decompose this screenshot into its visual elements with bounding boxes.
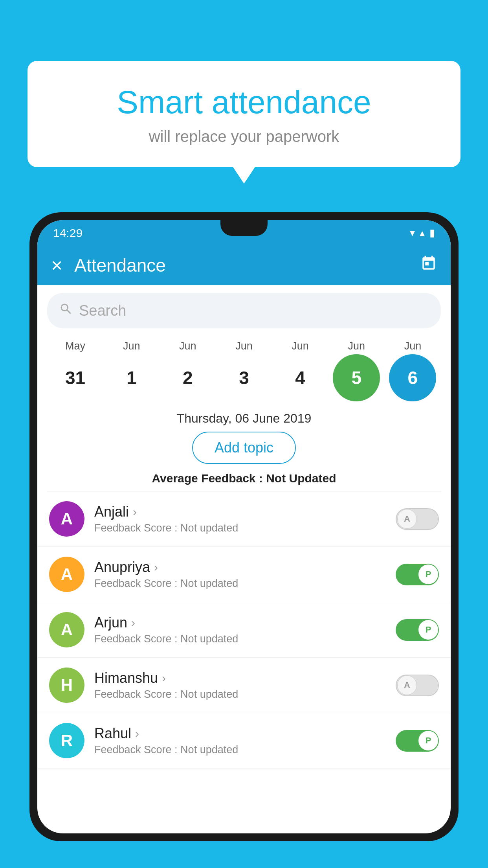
student-item-4: RRahul ›Feedback Score : Not updatedP bbox=[37, 713, 451, 769]
student-name-2[interactable]: Arjun › bbox=[94, 614, 396, 631]
calendar-date-6[interactable]: 6 bbox=[389, 354, 436, 401]
wifi-icon: ▾ bbox=[410, 227, 415, 239]
calendar-date-3[interactable]: 3 bbox=[220, 354, 268, 401]
close-button[interactable]: × bbox=[51, 254, 62, 277]
phone-container: 14:29 ▾ ▴ ▮ × Attendance bbox=[29, 212, 459, 868]
chevron-icon-3: › bbox=[162, 671, 166, 685]
speech-bubble-subtitle: will replace your paperwork bbox=[47, 128, 441, 145]
chevron-icon-0: › bbox=[133, 505, 137, 519]
attendance-toggle-4[interactable]: P bbox=[396, 730, 439, 752]
toggle-knob-0: A bbox=[397, 509, 417, 529]
feedback-score-2: Feedback Score : Not updated bbox=[94, 633, 396, 645]
student-name-3[interactable]: Himanshu › bbox=[94, 670, 396, 686]
calendar-month-3: Jun bbox=[220, 340, 268, 352]
calendar-date-2[interactable]: 2 bbox=[164, 354, 211, 401]
chevron-icon-2: › bbox=[131, 616, 135, 629]
app-bar: × Attendance bbox=[37, 246, 451, 285]
calendar-month-2: Jun bbox=[164, 340, 211, 352]
avg-feedback-value: Not Updated bbox=[266, 472, 336, 485]
search-icon bbox=[59, 302, 73, 320]
student-name-1[interactable]: Anupriya › bbox=[94, 559, 396, 576]
app-title: Attendance bbox=[74, 255, 420, 276]
toggle-knob-1: P bbox=[418, 565, 438, 584]
feedback-score-3: Feedback Score : Not updated bbox=[94, 688, 396, 701]
avatar-3: H bbox=[49, 668, 84, 703]
calendar-months-row: MayJunJunJunJunJunJun bbox=[37, 336, 451, 352]
phone-screen: 14:29 ▾ ▴ ▮ × Attendance bbox=[37, 220, 451, 833]
attendance-toggle-0[interactable]: A bbox=[396, 508, 439, 530]
calendar-date-0[interactable]: 31 bbox=[52, 354, 99, 401]
chevron-icon-1: › bbox=[154, 561, 158, 574]
avatar-2: A bbox=[49, 612, 84, 647]
calendar-month-4: Jun bbox=[277, 340, 324, 352]
add-topic-button[interactable]: Add topic bbox=[192, 432, 296, 464]
avg-feedback-label: Average Feedback : bbox=[152, 472, 262, 485]
speech-bubble: Smart attendance will replace your paper… bbox=[28, 61, 460, 167]
feedback-score-1: Feedback Score : Not updated bbox=[94, 577, 396, 590]
avatar-1: A bbox=[49, 557, 84, 592]
feedback-score-4: Feedback Score : Not updated bbox=[94, 744, 396, 756]
toggle-knob-2: P bbox=[418, 620, 438, 640]
attendance-toggle-1[interactable]: P bbox=[396, 564, 439, 585]
student-info-3: Himanshu ›Feedback Score : Not updated bbox=[94, 670, 396, 701]
student-info-1: Anupriya ›Feedback Score : Not updated bbox=[94, 559, 396, 590]
search-bar[interactable]: Search bbox=[47, 293, 441, 328]
phone-notch bbox=[220, 220, 268, 236]
calendar-dates-row[interactable]: 31123456 bbox=[37, 352, 451, 407]
feedback-score-0: Feedback Score : Not updated bbox=[94, 522, 396, 534]
phone-frame: 14:29 ▾ ▴ ▮ × Attendance bbox=[29, 212, 459, 841]
avatar-4: R bbox=[49, 723, 84, 758]
calendar-month-0: May bbox=[52, 340, 99, 352]
status-time: 14:29 bbox=[53, 226, 83, 240]
student-item-3: HHimanshu ›Feedback Score : Not updatedA bbox=[37, 658, 451, 713]
calendar-button[interactable] bbox=[420, 255, 437, 276]
attendance-toggle-3[interactable]: A bbox=[396, 675, 439, 696]
calendar-month-1: Jun bbox=[108, 340, 155, 352]
toggle-knob-4: P bbox=[418, 731, 438, 750]
student-info-0: Anjali ›Feedback Score : Not updated bbox=[94, 504, 396, 534]
student-item-0: AAnjali ›Feedback Score : Not updatedA bbox=[37, 491, 451, 547]
calendar-month-5: Jun bbox=[333, 340, 380, 352]
student-list: AAnjali ›Feedback Score : Not updatedAAA… bbox=[37, 491, 451, 769]
calendar-date-4[interactable]: 4 bbox=[277, 354, 324, 401]
speech-bubble-title: Smart attendance bbox=[47, 85, 441, 120]
student-name-4[interactable]: Rahul › bbox=[94, 725, 396, 742]
student-info-4: Rahul ›Feedback Score : Not updated bbox=[94, 725, 396, 756]
calendar-date-5[interactable]: 5 bbox=[333, 354, 380, 401]
student-item-1: AAnupriya ›Feedback Score : Not updatedP bbox=[37, 547, 451, 602]
student-name-0[interactable]: Anjali › bbox=[94, 504, 396, 520]
avatar-0: A bbox=[49, 501, 84, 537]
signal-icon: ▴ bbox=[420, 227, 425, 239]
selected-date-label: Thursday, 06 June 2019 bbox=[37, 407, 451, 432]
battery-icon: ▮ bbox=[429, 227, 435, 239]
average-feedback: Average Feedback : Not Updated bbox=[37, 472, 451, 485]
calendar-month-6: Jun bbox=[389, 340, 436, 352]
status-icons: ▾ ▴ ▮ bbox=[410, 227, 435, 239]
toggle-knob-3: A bbox=[397, 675, 417, 695]
calendar-date-1[interactable]: 1 bbox=[108, 354, 155, 401]
search-placeholder: Search bbox=[79, 302, 126, 319]
student-info-2: Arjun ›Feedback Score : Not updated bbox=[94, 614, 396, 645]
chevron-icon-4: › bbox=[135, 727, 139, 740]
student-item-2: AArjun ›Feedback Score : Not updatedP bbox=[37, 602, 451, 658]
speech-bubble-container: Smart attendance will replace your paper… bbox=[28, 61, 460, 167]
attendance-toggle-2[interactable]: P bbox=[396, 619, 439, 641]
